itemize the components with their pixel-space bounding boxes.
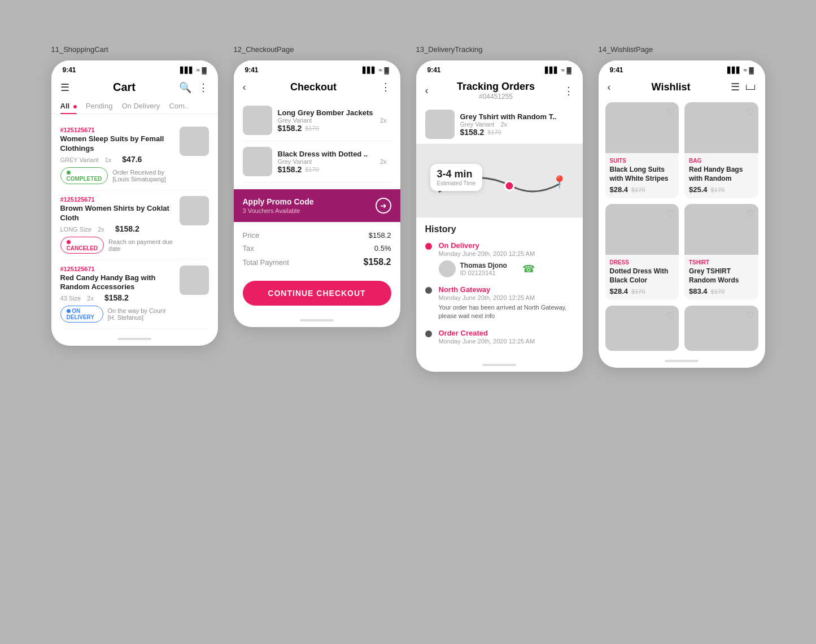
tracking-item-variant: Grey Variant 2x (460, 121, 574, 128)
status-icons-2: ▋▋▋ ≈ ▓ (363, 67, 389, 74)
tracking-item-img (425, 110, 455, 139)
scroll-indicator-2 (300, 319, 334, 321)
wishlist-old-price-4: $170 (711, 288, 725, 295)
history-person: Thomas Djono ID 02123141 ☎ (439, 260, 535, 277)
checkout-summary: Price $158.2 Tax 0.5% Total Payment $158… (234, 222, 400, 276)
eta-time: 3-4 min (437, 168, 476, 180)
status-bar-2: 9:41 ▋▋▋ ≈ ▓ (234, 60, 400, 76)
summary-price-row: Price $158.2 (243, 229, 391, 242)
promo-arrow-icon: ➜ (376, 198, 391, 214)
history-content-2: North Gateway Monday June 20th, 2020 12:… (439, 285, 574, 321)
checkout-item-2-img (243, 147, 272, 176)
checkout-item-2-info: Black Dress with Dotted .. Grey Variant … (278, 150, 374, 174)
tracking-item-info: Grey Tshirt with Random T.. Grey Variant… (460, 112, 574, 137)
wishlist-header: ‹ Wishlist ☰ ⌴ (599, 76, 765, 98)
checkout-item-2: Black Dress with Dotted .. Grey Variant … (243, 141, 391, 182)
signal-icon-1: ▋▋▋ (180, 67, 194, 74)
wishlist-card-2-body: BAG Red Handy Bags with Random $25.4 $17… (684, 153, 758, 198)
tracking-title-block: Tracking Orders #04451255 (457, 81, 535, 101)
screen-3-phone: 9:41 ▋▋▋ ≈ ▓ ‹ Tracking Orders #04451255… (416, 60, 583, 372)
wishlist-card-1: ♡ SUITS Black Long Suits with White Stri… (605, 102, 679, 198)
signal-icon-4: ▋▋▋ (727, 67, 741, 74)
tab-pending[interactable]: Pending (86, 98, 113, 114)
cart-item-2-note: Reach on payment due date (108, 238, 174, 252)
summary-total-label: Total Payment (243, 258, 289, 267)
checkout-price-1-main: $158.2 (278, 124, 302, 133)
tracking-price-old: $170 (487, 129, 501, 136)
wishlist-heart-4[interactable]: ♡ (746, 208, 754, 219)
summary-tax-value: 0.5% (374, 244, 391, 253)
cart-item-3-note: On the way by Courir [H. Stefanus] (108, 307, 175, 321)
map-pin-end-icon: 📍 (552, 175, 567, 190)
checkout-item-2-prices: $158.2 $170 (278, 165, 374, 174)
tracking-more-btn[interactable]: ⋮ (564, 85, 574, 97)
wishlist-heart-1[interactable]: ♡ (666, 107, 674, 118)
history-content-3: Order Created Monday June 20th, 2020 12:… (439, 329, 535, 345)
screen-1-wrapper: 11_ShoppingCart 9:41 ▋▋▋ ≈ ▓ ☰ Cart 🔍 ⋮ (51, 45, 218, 346)
history-date-1: Monday June 20th, 2020 12:25 AM (439, 250, 535, 257)
wishlist-name-1: Black Long Suits with White Stripes (610, 166, 675, 183)
history-status-2: North Gateway (439, 285, 574, 294)
summary-tax-label: Tax (243, 244, 254, 253)
map-area: 3-4 min Estimated Time 📍 (416, 144, 583, 217)
wishlist-price-3: $28.4 (610, 287, 629, 295)
wishlist-card-4-img: ♡ (684, 204, 758, 255)
cart-item-2-info: #125125671 Brown Women Shirts by Coklat … (60, 196, 175, 254)
summary-price-label: Price (243, 231, 260, 240)
history-item-1: On Delivery Monday June 20th, 2020 12:25… (425, 241, 574, 277)
phone-icon[interactable]: ☎ (522, 263, 535, 275)
promo-text: Apply Promo Code 3 Vouchers Available (243, 197, 314, 214)
wishlist-header-icons: ☰ ⌴ (731, 81, 756, 93)
menu-icon[interactable]: ☰ (60, 81, 69, 94)
back-button[interactable]: ‹ (243, 81, 246, 93)
tab-on-delivery[interactable]: On Delivery (121, 98, 160, 114)
status-icons-4: ▋▋▋ ≈ ▓ (727, 67, 753, 74)
screen-1-label: 11_ShoppingCart (51, 45, 108, 54)
checkout-item-1-info: Long Grey Bomber Jackets Grey Variant $1… (278, 108, 374, 133)
history-item-3: Order Created Monday June 20th, 2020 12:… (425, 329, 574, 345)
person-id: ID 02123141 (460, 269, 507, 276)
tab-all[interactable]: All (60, 98, 77, 114)
screen-4-wrapper: 14_WishlistPage 9:41 ▋▋▋ ≈ ▓ ‹ Wishlist … (599, 45, 765, 368)
tab-completed[interactable]: Com.. (169, 98, 189, 114)
cart-item-2: #125125671 Brown Women Shirts by Coklat … (60, 190, 209, 260)
status-time-3: 9:41 (427, 66, 441, 74)
tracking-back-button[interactable]: ‹ (425, 85, 429, 97)
wishlist-name-2: Red Handy Bags with Random (689, 166, 754, 183)
cart-item-3: #125125671 Red Candy Handy Bag with Rand… (60, 260, 209, 329)
cart-item-1-name: Women Sleep Suits by Femall Clothings (60, 134, 175, 154)
grid-icon[interactable]: ⌴ (745, 81, 756, 93)
wishlist-heart-5[interactable]: ♡ (666, 310, 674, 321)
history-status-1: On Delivery (439, 241, 535, 250)
list-icon[interactable]: ☰ (731, 81, 740, 93)
wishlist-category-1: SUITS (610, 158, 675, 164)
wifi-icon-4: ≈ (743, 67, 747, 73)
checkout-price-1-old: $170 (305, 125, 318, 132)
search-icon[interactable]: 🔍 (179, 81, 191, 94)
wishlist-back-button[interactable]: ‹ (608, 81, 611, 93)
cart-item-3-name: Red Candy Handy Bag with Random Accessor… (60, 273, 175, 293)
checkout-more-btn[interactable]: ⋮ (381, 81, 391, 93)
wishlist-card-5-img: ♡ (605, 306, 679, 351)
scroll-indicator-3 (482, 364, 516, 366)
history-dot-3 (425, 330, 432, 337)
wishlist-card-3-body: DRESS Dotted Dress With Black Color $28.… (605, 255, 679, 300)
tracking-order-id: #04451255 (457, 93, 535, 101)
cart-item-1: #125125671 Women Sleep Suits by Femall C… (60, 121, 209, 190)
continue-checkout-button[interactable]: CONTINUE CHECKOUT (243, 281, 391, 306)
wishlist-old-price-2: $170 (711, 186, 725, 193)
screen-2-wrapper: 12_CheckoutPage 9:41 ▋▋▋ ≈ ▓ ‹ Checkout … (234, 45, 400, 327)
promo-banner[interactable]: Apply Promo Code 3 Vouchers Available ➜ (234, 189, 400, 222)
status-badge-on-delivery: ON DELIVERY (60, 306, 103, 323)
scroll-indicator-1 (117, 338, 151, 340)
history-section: History On Delivery Monday June 20th, 20… (416, 217, 583, 359)
wishlist-category-4: TSHIRT (689, 259, 754, 266)
status-icons-3: ▋▋▋ ≈ ▓ (545, 67, 571, 74)
cart-item-3-img (180, 266, 209, 295)
wishlist-heart-3[interactable]: ♡ (666, 208, 674, 219)
wishlist-category-2: BAG (689, 158, 754, 164)
wishlist-card-2: ♡ BAG Red Handy Bags with Random $25.4 $… (684, 102, 758, 198)
more-icon[interactable]: ⋮ (198, 81, 208, 94)
wishlist-heart-6[interactable]: ♡ (746, 310, 754, 321)
wishlist-heart-2[interactable]: ♡ (746, 107, 754, 118)
